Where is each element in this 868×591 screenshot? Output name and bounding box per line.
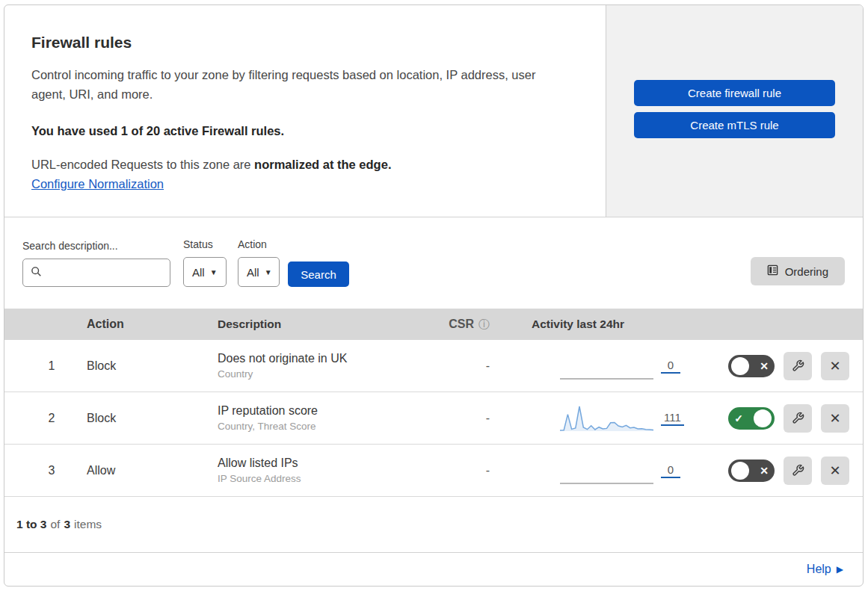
- search-input-box[interactable]: [22, 259, 170, 287]
- edit-rule-button[interactable]: [784, 404, 812, 433]
- rule-priority: 1: [16, 359, 87, 373]
- activity-count-link[interactable]: 111: [661, 411, 684, 426]
- x-icon: ✕: [757, 360, 772, 372]
- status-filter-group: Status All ▼: [183, 238, 227, 287]
- normalization-note: URL-encoded Requests to this zone are no…: [31, 158, 576, 172]
- ordering-list-icon: [767, 264, 778, 278]
- rule-description: Allow listed IPs: [218, 457, 413, 470]
- toggle-knob: [731, 462, 749, 480]
- status-value: All: [192, 266, 205, 279]
- normalization-prefix: URL-encoded Requests to this zone are: [31, 158, 254, 171]
- rule-csr-value: -: [413, 412, 496, 425]
- rule-action: Block: [87, 359, 218, 373]
- rule-fields: Country: [218, 368, 413, 380]
- rule-priority: 2: [16, 412, 87, 425]
- rule-controls: ✓ ✕ ✕: [716, 457, 851, 485]
- rule-enabled-toggle[interactable]: ✓ ✕: [728, 355, 775, 377]
- wrench-icon: [792, 464, 804, 477]
- rule-priority: 3: [16, 464, 87, 477]
- info-icon[interactable]: ⓘ: [478, 318, 490, 332]
- csr-label: CSR: [449, 318, 474, 331]
- activity-sparkline: [560, 456, 653, 486]
- close-icon: ✕: [829, 358, 840, 374]
- toggle-knob: [754, 409, 772, 427]
- create-firewall-rule-button[interactable]: Create firewall rule: [634, 80, 835, 106]
- search-input[interactable]: [48, 266, 162, 280]
- toggle-knob: [731, 357, 749, 375]
- help-bar: Help ▶: [4, 553, 863, 586]
- activity-sparkline: [560, 403, 653, 433]
- chevron-down-icon: ▼: [210, 268, 218, 276]
- create-mtls-rule-button[interactable]: Create mTLS rule: [634, 112, 835, 138]
- ordering-button[interactable]: Ordering: [751, 257, 845, 285]
- summary-of: of: [50, 518, 60, 531]
- rule-controls: ✓ ✕ ✕: [716, 404, 851, 433]
- action-value: All: [247, 266, 259, 279]
- activity-sparkline: [560, 351, 653, 381]
- table-header: Action Description CSR ⓘ Activity last 2…: [4, 309, 863, 340]
- delete-rule-button[interactable]: ✕: [821, 352, 849, 380]
- rule-description: Does not originate in UK: [218, 352, 413, 365]
- search-group: Search description...: [22, 240, 170, 287]
- wrench-icon: [792, 412, 804, 424]
- action-filter-group: Action All ▼: [238, 238, 280, 287]
- rule-csr-value: -: [413, 359, 496, 373]
- rule-activity-cell: 0: [496, 351, 716, 381]
- filter-bar: Search description... Status All ▼ Actio…: [4, 217, 863, 309]
- close-icon: ✕: [829, 462, 840, 479]
- rule-action: Block: [87, 412, 218, 425]
- summary-range: 1 to 3: [16, 518, 46, 531]
- edit-rule-button[interactable]: [784, 352, 812, 380]
- configure-normalization-link[interactable]: Configure Normalization: [31, 177, 164, 191]
- rule-description-cell: IP reputation score Country, Threat Scor…: [218, 404, 413, 432]
- table-row: 3 Allow Allow listed IPs IP Source Addre…: [4, 445, 863, 497]
- table-row: 2 Block IP reputation score Country, Thr…: [4, 392, 863, 445]
- rule-description-cell: Does not originate in UK Country: [218, 352, 413, 380]
- rule-fields: Country, Threat Score: [218, 421, 413, 432]
- rule-description-cell: Allow listed IPs IP Source Address: [218, 457, 413, 484]
- delete-rule-button[interactable]: ✕: [821, 457, 849, 485]
- help-link[interactable]: Help ▶: [807, 563, 843, 576]
- items-summary: 1 to 3 of 3 items: [4, 497, 863, 553]
- check-icon: ✓: [731, 412, 746, 424]
- search-icon: [31, 266, 42, 280]
- actions-panel: Create firewall rule Create mTLS rule: [606, 5, 863, 217]
- chevron-right-icon: ▶: [837, 564, 843, 575]
- normalization-bold: normalized at the edge.: [254, 158, 391, 171]
- summary-items: items: [74, 518, 102, 531]
- search-label: Search description...: [22, 240, 170, 252]
- rule-fields: IP Source Address: [218, 473, 413, 484]
- close-icon: ✕: [829, 410, 840, 427]
- delete-rule-button[interactable]: ✕: [821, 404, 849, 433]
- header-section: Firewall rules Control incoming traffic …: [4, 5, 863, 217]
- rule-description: IP reputation score: [218, 404, 413, 418]
- action-dropdown[interactable]: All ▼: [238, 257, 280, 287]
- usage-summary: You have used 1 of 20 active Firewall ru…: [31, 124, 576, 138]
- description-column-header: Description: [218, 318, 413, 331]
- activity-column-header: Activity last 24hr: [496, 318, 716, 331]
- ordering-label: Ordering: [785, 265, 828, 278]
- table-row: 1 Block Does not originate in UK Country…: [4, 340, 863, 392]
- csr-column-header: CSR ⓘ: [413, 318, 496, 332]
- chevron-down-icon: ▼: [265, 268, 272, 276]
- action-label: Action: [238, 238, 280, 250]
- rule-enabled-toggle[interactable]: ✓ ✕: [728, 407, 775, 430]
- activity-count-link[interactable]: 0: [661, 463, 680, 478]
- rule-activity-cell: 0: [496, 456, 716, 486]
- rule-activity-cell: 111: [496, 403, 716, 433]
- x-icon: ✕: [757, 465, 772, 477]
- firewall-rules-card: Firewall rules Control incoming traffic …: [4, 4, 864, 587]
- search-button[interactable]: Search: [288, 262, 349, 287]
- page-description: Control incoming traffic to your zone by…: [31, 65, 566, 104]
- help-label: Help: [807, 563, 831, 576]
- activity-count-link[interactable]: 0: [661, 359, 680, 374]
- edit-rule-button[interactable]: [784, 457, 812, 485]
- status-dropdown[interactable]: All ▼: [183, 257, 227, 287]
- action-column-header: Action: [87, 318, 218, 331]
- rule-controls: ✓ ✕ ✕: [716, 352, 851, 380]
- page-title: Firewall rules: [31, 34, 576, 52]
- rule-enabled-toggle[interactable]: ✓ ✕: [728, 460, 775, 482]
- rule-csr-value: -: [413, 464, 496, 477]
- rule-action: Allow: [87, 464, 218, 477]
- header-text-block: Firewall rules Control incoming traffic …: [4, 5, 606, 217]
